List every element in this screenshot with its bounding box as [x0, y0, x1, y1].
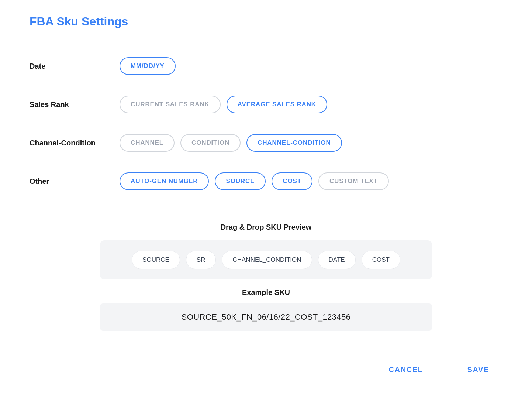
date-options: MM/DD/YY: [120, 57, 176, 75]
footer-actions: CANCEL SAVE: [30, 353, 502, 379]
channel-condition-button[interactable]: CHANNEL-CONDITION: [246, 134, 342, 152]
channel-condition-row: Channel-Condition CHANNEL CONDITION CHAN…: [30, 124, 502, 162]
sales-rank-row: Sales Rank CURRENT SALES RANK AVERAGE SA…: [30, 85, 502, 124]
other-label: Other: [30, 177, 111, 186]
example-sku-heading: Example SKU: [242, 288, 290, 297]
settings-section: Date MM/DD/YY Sales Rank CURRENT SALES R…: [30, 47, 502, 200]
date-label: Date: [30, 62, 111, 71]
other-options: AUTO-GEN NUMBER SOURCE COST CUSTOM TEXT: [120, 172, 389, 190]
section-divider: [30, 208, 502, 208]
source-chip[interactable]: SOURCE: [132, 251, 180, 269]
condition-button[interactable]: CONDITION: [180, 134, 241, 152]
custom-text-button[interactable]: CUSTOM TEXT: [318, 172, 389, 190]
other-row: Other AUTO-GEN NUMBER SOURCE COST CUSTOM…: [30, 162, 502, 200]
example-sku-section: Example SKU SOURCE_50K_FN_06/16/22_COST_…: [30, 288, 502, 331]
sales-rank-options: CURRENT SALES RANK AVERAGE SALES RANK: [120, 96, 327, 113]
sr-chip[interactable]: SR: [186, 251, 216, 269]
date-chip[interactable]: DATE: [318, 251, 356, 269]
average-sales-rank-button[interactable]: AVERAGE SALES RANK: [227, 96, 327, 113]
current-sales-rank-button[interactable]: CURRENT SALES RANK: [120, 96, 221, 113]
cost-button[interactable]: COST: [272, 172, 312, 190]
preview-section: Drag & Drop SKU Preview SOURCE SR CHANNE…: [30, 223, 502, 331]
channel-button[interactable]: CHANNEL: [120, 134, 175, 152]
source-button[interactable]: SOURCE: [215, 172, 266, 190]
auto-gen-number-button[interactable]: AUTO-GEN NUMBER: [120, 172, 209, 190]
cost-chip[interactable]: COST: [362, 251, 400, 269]
channel-condition-options: CHANNEL CONDITION CHANNEL-CONDITION: [120, 134, 342, 152]
date-row: Date MM/DD/YY: [30, 47, 502, 85]
save-button[interactable]: SAVE: [454, 360, 502, 379]
channel-condition-chip[interactable]: CHANNEL_CONDITION: [222, 251, 312, 269]
date-mm-dd-yy-button[interactable]: MM/DD/YY: [120, 57, 176, 75]
channel-condition-label: Channel-Condition: [30, 139, 111, 147]
drag-drop-area[interactable]: SOURCE SR CHANNEL_CONDITION DATE COST: [100, 240, 432, 279]
drag-drop-heading: Drag & Drop SKU Preview: [221, 223, 312, 231]
cancel-button[interactable]: CANCEL: [376, 360, 436, 379]
page-title: FBA Sku Settings: [30, 15, 502, 28]
sales-rank-label: Sales Rank: [30, 100, 111, 109]
example-sku-value: SOURCE_50K_FN_06/16/22_COST_123456: [100, 303, 432, 331]
